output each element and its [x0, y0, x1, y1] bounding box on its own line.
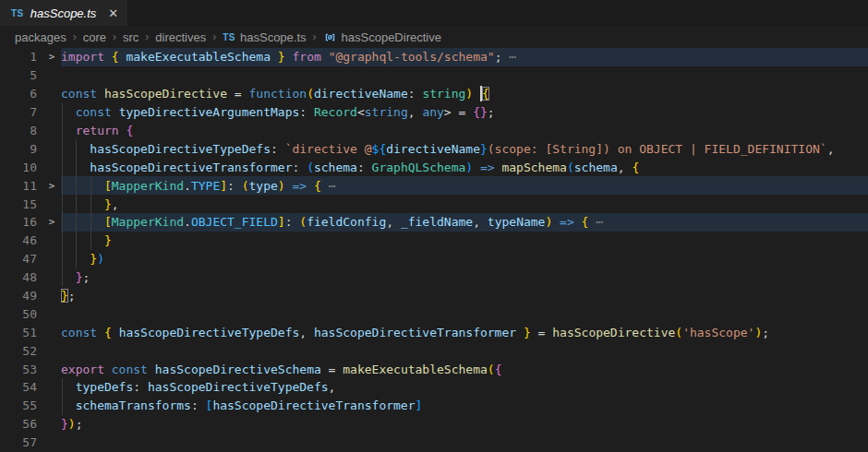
code-token: , [618, 161, 633, 174]
code-line-55[interactable]: 55 schemaTransforms: [hasScopeDirectiveT… [0, 397, 868, 415]
code-token: , [473, 215, 488, 229]
code-token: ; [495, 50, 502, 64]
code-token: } [278, 50, 285, 64]
code-token: ( [488, 363, 495, 376]
code-editor[interactable]: 1>import { makeExecutableSchema } from "… [0, 48, 868, 452]
code-token: , [408, 105, 423, 119]
breadcrumb-item-directives[interactable]: directives [155, 30, 206, 44]
code-token [119, 50, 127, 64]
line-number: 1 [0, 50, 42, 64]
breadcrumb-item-symbol[interactable]: hasScopeDirective [323, 30, 441, 44]
code-token: . [184, 179, 191, 193]
code-text: schemaTransforms: [hasScopeDirectiveTran… [61, 397, 868, 415]
code-token: => [480, 161, 495, 174]
code-text [61, 304, 868, 323]
fold-chevron-icon[interactable]: > [42, 181, 61, 191]
line-number: 11 [0, 179, 42, 193]
code-text: }); [61, 415, 868, 434]
code-line-54[interactable]: 54 typeDefs: hasScopeDirectiveTypeDefs, [0, 378, 868, 397]
code-line-47[interactable]: 47 }) [0, 250, 868, 268]
breadcrumb-symbol-label: hasScopeDirective [342, 30, 441, 44]
breadcrumb-item-file[interactable]: TS hasScope.ts [223, 30, 306, 44]
code-token: TYPE [191, 179, 220, 193]
tab-hasScope[interactable]: TS hasScope.ts ✕ [0, 0, 127, 26]
fold-chevron-icon[interactable]: > [42, 52, 61, 62]
code-token: : [133, 380, 148, 394]
line-number: 53 [0, 363, 42, 376]
code-token [97, 326, 104, 339]
code-line-8[interactable]: 8 return { [0, 122, 868, 140]
code-line-48[interactable]: 48 }; [0, 268, 868, 287]
code-token [148, 363, 155, 376]
code-token: , [299, 326, 314, 339]
code-line-49[interactable]: 49}; [0, 287, 868, 305]
code-token: from [292, 50, 320, 64]
chevron-right-icon: › [313, 30, 317, 43]
chevron-right-icon: › [113, 30, 116, 43]
code-token: : [408, 87, 423, 101]
code-token: makeExecutableSchema [343, 363, 488, 376]
code-token [285, 50, 293, 64]
code-line-6[interactable]: 6const hasScopeDirective = function(dire… [0, 85, 868, 103]
code-token [61, 161, 90, 174]
code-token: { [314, 179, 321, 193]
code-line-10[interactable]: 10 hasScopeDirectiveTransformer: (schema… [0, 158, 868, 176]
close-icon[interactable]: ✕ [108, 7, 118, 19]
line-number: 49 [0, 289, 42, 303]
code-token: Record [314, 105, 357, 119]
code-token: hasScopeDirectiveTypeDefs [148, 380, 329, 394]
code-line-46[interactable]: 46 } [0, 232, 868, 250]
code-line-15[interactable]: 15 }, [0, 195, 868, 213]
code-token: , [386, 215, 401, 229]
code-token: const [76, 105, 112, 119]
code-token: , [827, 142, 835, 156]
code-line-53[interactable]: 53export const hasScopeDirectiveSchema =… [0, 360, 868, 378]
breadcrumb-item-packages[interactable]: packages [15, 30, 66, 44]
line-number: 48 [0, 270, 42, 284]
code-line-50[interactable]: 50 [0, 304, 868, 323]
code-token: : [191, 398, 206, 412]
code-token: } [480, 142, 488, 156]
code-token: } [90, 252, 97, 266]
code-line-52[interactable]: 52 [0, 341, 868, 360]
tab-title: hasScope.ts [30, 6, 97, 20]
code-token [61, 270, 76, 284]
code-token: string [365, 105, 408, 119]
code-line-56[interactable]: 56}); [0, 415, 868, 434]
breadcrumb-item-core[interactable]: core [83, 30, 106, 44]
code-token: hasScopeDirectiveTransformer [90, 161, 292, 174]
code-token: = [531, 326, 552, 339]
code-text: export const hasScopeDirectiveSchema = m… [61, 360, 868, 378]
code-token [61, 197, 104, 211]
code-line-1[interactable]: 1>import { makeExecutableSchema } from "… [0, 48, 868, 66]
code-line-16[interactable]: 16> [MapperKind.OBJECT_FIELD]: (fieldCon… [0, 213, 868, 232]
code-token: "@graphql-tools/schema" [329, 50, 495, 64]
code-token: export [61, 363, 104, 376]
code-token: {} [473, 105, 488, 119]
code-line-51[interactable]: 51const { hasScopeDirectiveTypeDefs, has… [0, 323, 868, 341]
code-token: directiveName [386, 142, 480, 156]
code-text: hasScopeDirectiveTransformer: (schema: G… [61, 158, 868, 176]
code-token: } [524, 326, 531, 339]
code-token: hasScopeDirective [552, 326, 675, 339]
fold-chevron-icon[interactable]: > [42, 217, 61, 227]
code-token: mapSchema [501, 161, 566, 174]
code-line-11[interactable]: 11> [MapperKind.TYPE]: (type) => { ⋯ [0, 176, 868, 195]
code-token: `directive @ [285, 142, 372, 156]
chevron-right-icon: › [212, 30, 216, 43]
code-line-57[interactable]: 57 [0, 434, 868, 452]
code-line-9[interactable]: 9 hasScopeDirectiveTypeDefs: `directive … [0, 139, 868, 158]
code-text: hasScopeDirectiveTypeDefs: `directive @$… [61, 139, 868, 158]
code-text: } [61, 232, 868, 250]
code-token: [ [206, 398, 213, 412]
code-token: ⋯ [588, 215, 603, 229]
code-token: _fieldName [401, 215, 473, 229]
code-token: { [495, 363, 502, 376]
code-token: fieldConfig [307, 215, 386, 229]
code-line-5[interactable]: 5 [0, 66, 868, 85]
breadcrumb-item-src[interactable]: src [123, 30, 139, 44]
code-token: => [560, 215, 574, 229]
code-token: ] [416, 398, 423, 412]
code-line-7[interactable]: 7 const typeDirectiveArgumentMaps: Recor… [0, 103, 868, 122]
code-token: hasScopeDirectiveTypeDefs [119, 326, 300, 339]
